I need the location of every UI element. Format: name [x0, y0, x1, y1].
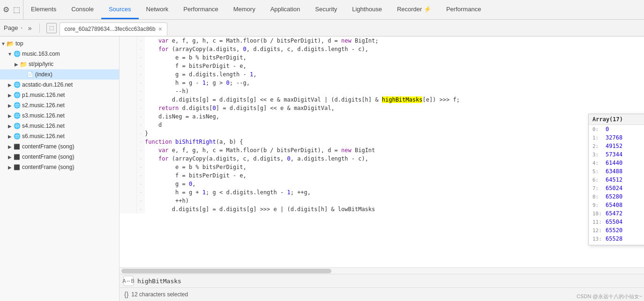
tab-performance[interactable]: Performance [176, 0, 225, 19]
popup-row-10[interactable]: 10: 65472 [589, 209, 644, 218]
expand-arrow-lyric: ▶ [13, 62, 20, 67]
tree-item-s3[interactable]: ▶ 🌐 s3.music.126.net [0, 110, 119, 121]
popup-value-2: 49152 [606, 143, 622, 149]
tab-network[interactable]: Network [139, 0, 176, 19]
code-line-2: - for (arrayCopy(a.digits, 0, d.digits, … [120, 45, 644, 53]
devtools-icon[interactable]: ⚙ [3, 5, 9, 14]
popup-row-9[interactable]: 9: 65408 [589, 201, 644, 209]
line-num-5[interactable] [120, 70, 136, 79]
code-line-7: - --h) [120, 87, 644, 95]
line-num-15[interactable] [120, 154, 136, 163]
tab-application[interactable]: Application [263, 0, 308, 19]
popup-value-1: 32768 [606, 134, 622, 141]
popup-row-12[interactable]: 12: 65520 [589, 226, 644, 235]
popup-row-8[interactable]: 8: 65280 [589, 192, 644, 201]
tree-item-contentframe2[interactable]: ▶ ⬛ contentFrame (song) [0, 152, 119, 162]
popup-row-7[interactable]: 7: 65024 [589, 184, 644, 192]
tree-item-p1[interactable]: ▶ 🌐 p1.music.126.net [0, 90, 119, 100]
line-num-4[interactable] [120, 62, 136, 70]
line-dash-4: - [136, 62, 145, 70]
tab-console[interactable]: Console [64, 0, 101, 19]
popup-index-5: 5: [592, 169, 606, 175]
tab-security[interactable]: Security [307, 0, 344, 19]
line-num-13[interactable] [120, 138, 136, 146]
popup-row-0[interactable]: 0: 0 [589, 125, 644, 133]
tree-item-acstatic[interactable]: ▶ 🌐 acstatic-dun.126.net [0, 80, 119, 90]
tab-sources[interactable]: Sources [101, 0, 139, 19]
line-num-7[interactable] [120, 87, 136, 95]
tree-item-music163[interactable]: ▼ 🌐 music.163.com [0, 49, 119, 59]
line-dash-10: - [136, 112, 145, 121]
tree-item-contentframe3[interactable]: ▶ ⬛ contentFrame (song) [0, 162, 119, 172]
tab-memory[interactable]: Memory [226, 0, 263, 19]
line-num-20[interactable] [120, 197, 136, 205]
code-line-17: - f = bitsPerDigit - e, [120, 171, 644, 180]
popup-value-6: 64512 [606, 176, 622, 183]
line-num-17[interactable] [120, 171, 136, 180]
popup-row-5[interactable]: 5: 63488 [589, 167, 644, 176]
tree-item-lyric[interactable]: ▶ 📁 st/pip/lyric [0, 59, 119, 69]
popup-row-11[interactable]: 11: 65504 [589, 218, 644, 226]
popup-value-7: 65024 [606, 185, 622, 191]
popup-row-3[interactable]: 3: 57344 [589, 150, 644, 159]
sidebar-toggle-button[interactable]: ⬚ [46, 23, 57, 33]
line-dash-2: - [136, 45, 145, 53]
popup-row-6[interactable]: 6: 64512 [589, 176, 644, 184]
code-content-14: var e, f, g, h, c = Math.floor(b / bitsP… [145, 146, 644, 154]
code-content-20: ++h) [145, 197, 644, 205]
line-num-21[interactable] [120, 205, 136, 213]
code-content-17: f = bitsPerDigit - e, [145, 171, 644, 180]
line-num-8[interactable] [120, 95, 136, 104]
line-num-12[interactable] [120, 129, 136, 138]
code-line-9: - return d.digits[0] = d.digits[g] << e … [120, 104, 644, 112]
line-num-9[interactable] [120, 104, 136, 112]
more-pages-button[interactable]: » [25, 23, 35, 33]
page-label[interactable]: Page [4, 24, 18, 31]
code-content-7: --h) [145, 87, 644, 95]
tree-item-s6[interactable]: ▶ 🌐 s6.music.126.net [0, 131, 119, 141]
popup-row-4[interactable]: 4: 61440 [589, 159, 644, 167]
popup-value-11: 65504 [606, 219, 622, 225]
search-input[interactable] [137, 278, 640, 285]
file-tab-name: core_60a2789634...3fec6cc63ac86b [65, 26, 156, 32]
line-num-3[interactable] [120, 53, 136, 62]
tree-item-top[interactable]: ▼ 📂 top [0, 38, 119, 49]
expand-arrow-music163: ▼ [7, 51, 13, 57]
file-tab[interactable]: core_60a2789634...3fec6cc63ac86b × [60, 22, 167, 36]
popup-value-3: 57344 [606, 151, 622, 158]
code-scroll-container[interactable]: - var e, f, g, h, c = Math.floor(b / bit… [120, 37, 644, 267]
line-num-14[interactable] [120, 146, 136, 154]
close-file-tab-icon[interactable]: × [158, 26, 162, 32]
popup-row-2[interactable]: 2: 49152 [589, 142, 644, 150]
line-num-10[interactable] [120, 112, 136, 121]
line-dash-7: - [136, 87, 145, 95]
tab-elements[interactable]: Elements [23, 0, 64, 19]
inspect-icon[interactable]: ⬚ [13, 5, 20, 14]
line-num-2[interactable] [120, 45, 136, 53]
popup-index-7: 7: [592, 185, 606, 191]
line-num-6[interactable] [120, 79, 136, 87]
tree-item-index[interactable]: 📄 (index) [0, 69, 119, 80]
popup-row-1[interactable]: 1: 32768 [589, 133, 644, 142]
tab-lighthouse[interactable]: Lighthouse [344, 0, 389, 19]
line-dash-11: - [136, 121, 145, 129]
line-dash-20: - [136, 197, 145, 205]
globe-icon-s2: 🌐 [13, 102, 21, 109]
popup-row-13[interactable]: 13: 65528 [589, 235, 644, 243]
expand-arrow-cf1: ▶ [7, 144, 13, 149]
find-icon-wrap[interactable]: A↔B [123, 276, 134, 286]
tab-recorder[interactable]: Recorder ⚡ [389, 0, 439, 19]
line-num-1[interactable] [120, 37, 136, 45]
horizontal-scrollbar[interactable] [120, 267, 644, 274]
tree-item-s2[interactable]: ▶ 🌐 s2.music.126.net [0, 100, 119, 110]
expand-arrow-s2: ▶ [7, 103, 13, 108]
sidebar-toggle-icon: ⬚ [49, 25, 54, 31]
line-num-18[interactable] [120, 180, 136, 188]
line-num-19[interactable] [120, 188, 136, 197]
line-num-16[interactable] [120, 163, 136, 171]
tree-item-contentframe1[interactable]: ▶ ⬛ contentFrame (song) [0, 141, 119, 152]
code-line-6: - h = g - 1; g > 0; --g, [120, 79, 644, 87]
line-num-11[interactable] [120, 121, 136, 129]
tree-item-s4[interactable]: ▶ 🌐 s4.music.126.net [0, 121, 119, 131]
tab-performance2[interactable]: Performance [439, 0, 488, 19]
